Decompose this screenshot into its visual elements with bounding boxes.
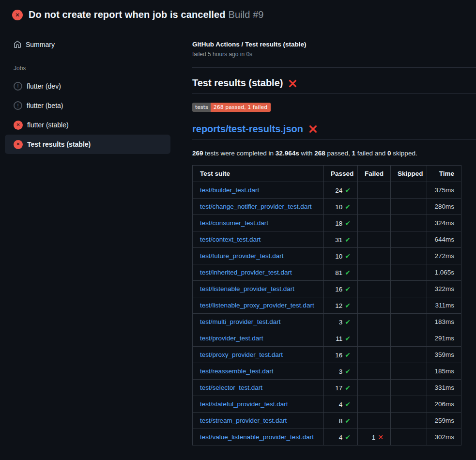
failed-cell xyxy=(358,182,391,199)
sidebar-item-job[interactable]: ! flutter (dev) xyxy=(5,77,170,96)
x-icon: ✕ xyxy=(378,433,384,441)
failed-cell xyxy=(358,215,391,231)
test-suite-link[interactable]: test/proxy_provider_test.dart xyxy=(200,351,283,358)
sidebar: Summary Jobs ! flutter (dev) ! flutter (… xyxy=(0,27,178,154)
check-icon: ✔ xyxy=(345,335,351,342)
skipped-cell xyxy=(391,215,427,231)
time-cell: 272ms xyxy=(427,248,461,264)
skipped-cell xyxy=(391,347,427,363)
skipped-cell xyxy=(391,281,427,297)
sidebar-item-job[interactable]: ✕ flutter (stable) xyxy=(5,115,170,135)
column-header-skipped: Skipped xyxy=(391,166,427,182)
test-suite-link[interactable]: test/value_listenable_provider_test.dart xyxy=(200,433,314,441)
time-cell: 259ms xyxy=(427,413,461,429)
table-row: test/value_listenable_provider_test.dart… xyxy=(193,429,461,445)
tests-badge: tests 268 passed, 1 failed xyxy=(192,103,271,112)
check-icon: ✔ xyxy=(345,186,351,194)
time-cell: 280ms xyxy=(427,199,461,215)
main-content: GitHub Actions / Test results (stable) f… xyxy=(178,27,476,445)
test-suite-link[interactable]: test/inherited_provider_test.dart xyxy=(200,269,292,276)
column-header-passed: Passed xyxy=(324,166,358,182)
test-suite-cell: test/proxy_provider_test.dart xyxy=(193,347,324,363)
test-suite-link[interactable]: test/consumer_test.dart xyxy=(200,219,268,227)
test-suite-cell: test/builder_test.dart xyxy=(193,182,324,199)
job-label: flutter (beta) xyxy=(27,102,63,109)
test-suite-link[interactable]: test/stateful_provider_test.dart xyxy=(200,400,288,408)
time-cell: 331ms xyxy=(427,380,461,396)
test-suite-link[interactable]: test/stream_provider_test.dart xyxy=(200,417,287,424)
test-suite-link[interactable]: test/selector_test.dart xyxy=(200,384,262,391)
check-icon: ✔ xyxy=(345,302,351,309)
check-icon: ✔ xyxy=(345,368,351,375)
test-suite-link[interactable]: test/change_notifier_provider_test.dart xyxy=(200,203,311,210)
build-title-row: Do not create report when job is cancell… xyxy=(29,9,264,20)
passed-cell: 81✔ xyxy=(324,264,358,281)
table-row: test/selector_test.dart 17✔ 331ms xyxy=(193,380,461,396)
passed-cell: 10✔ xyxy=(324,248,358,264)
time-cell: 322ms xyxy=(427,281,461,297)
jobs-heading: Jobs xyxy=(5,65,170,72)
passed-cell: 18✔ xyxy=(324,215,358,231)
skipped-cell xyxy=(391,199,427,215)
status-line: failed 5 hours ago in 0s xyxy=(192,51,476,58)
skipped-cell xyxy=(391,413,427,429)
sidebar-item-job[interactable]: ! flutter (beta) xyxy=(5,96,170,115)
test-suite-link[interactable]: test/listenable_provider_test.dart xyxy=(200,285,294,292)
failed-cell xyxy=(358,363,391,380)
check-icon: ✔ xyxy=(345,400,351,408)
skipped-cell xyxy=(391,429,427,445)
table-row: test/provider_test.dart 11✔ 291ms xyxy=(193,330,461,347)
failed-cell xyxy=(358,413,391,429)
skipped-cell xyxy=(391,248,427,264)
sidebar-item-summary[interactable]: Summary xyxy=(5,35,170,54)
time-cell: 644ms xyxy=(427,231,461,248)
report-heading: reports/test-results.json xyxy=(192,123,476,140)
test-suite-cell: test/consumer_test.dart xyxy=(193,215,324,231)
job-list: ! flutter (dev) ! flutter (beta) ✕ flutt… xyxy=(5,77,170,154)
check-icon: ✔ xyxy=(345,203,351,211)
column-header-time: Time xyxy=(427,166,461,182)
test-suite-cell: test/context_test.dart xyxy=(193,231,324,248)
skipped-cell xyxy=(391,330,427,347)
table-row: test/listenable_proxy_provider_test.dart… xyxy=(193,297,461,314)
time-cell: 206ms xyxy=(427,396,461,413)
passed-cell: 16✔ xyxy=(324,347,358,363)
report-file-link[interactable]: reports/test-results.json xyxy=(192,123,303,135)
test-suite-link[interactable]: test/future_provider_test.dart xyxy=(200,252,284,260)
failed-x-icon xyxy=(288,79,297,88)
sidebar-item-job[interactable]: ✕ Test results (stable) xyxy=(5,135,170,154)
passed-cell: 3✔ xyxy=(324,363,358,380)
table-row: test/future_provider_test.dart 10✔ 272ms xyxy=(193,248,461,264)
test-suite-link[interactable]: test/builder_test.dart xyxy=(200,186,259,194)
column-header-failed: Failed xyxy=(358,166,391,182)
test-suite-cell: test/listenable_provider_test.dart xyxy=(193,281,324,297)
badge-label: tests xyxy=(192,103,211,112)
time-cell: 185ms xyxy=(427,363,461,380)
test-suite-link[interactable]: test/provider_test.dart xyxy=(200,335,263,342)
passed-cell: 16✔ xyxy=(324,281,358,297)
job-label: Test results (stable) xyxy=(27,140,91,148)
check-icon: ✔ xyxy=(345,252,351,260)
badge-value: 268 passed, 1 failed xyxy=(211,103,271,112)
passed-cell: 24✔ xyxy=(324,182,358,199)
table-row: test/reassemble_test.dart 3✔ 185ms xyxy=(193,363,461,380)
failed-cell xyxy=(358,199,391,215)
failed-cell xyxy=(358,231,391,248)
failed-cell xyxy=(358,314,391,330)
time-cell: 311ms xyxy=(427,297,461,314)
test-suite-cell: test/inherited_provider_test.dart xyxy=(193,264,324,281)
table-row: test/inherited_provider_test.dart 81✔ 1.… xyxy=(193,264,461,281)
passed-cell: 4✔ xyxy=(324,396,358,413)
table-row: test/stream_provider_test.dart 8✔ 259ms xyxy=(193,413,461,429)
test-suite-link[interactable]: test/multi_provider_test.dart xyxy=(200,318,281,325)
check-icon: ✔ xyxy=(345,351,351,359)
passed-cell: 3✔ xyxy=(324,314,358,330)
test-suite-cell: test/provider_test.dart xyxy=(193,330,324,347)
home-icon xyxy=(14,41,21,48)
time-cell: 359ms xyxy=(427,347,461,363)
test-suite-link[interactable]: test/context_test.dart xyxy=(200,236,261,243)
test-suite-link[interactable]: test/reassemble_test.dart xyxy=(200,368,274,375)
table-row: test/builder_test.dart 24✔ 375ms xyxy=(193,182,461,199)
passed-cell: 11✔ xyxy=(324,330,358,347)
test-suite-link[interactable]: test/listenable_proxy_provider_test.dart xyxy=(200,302,314,309)
